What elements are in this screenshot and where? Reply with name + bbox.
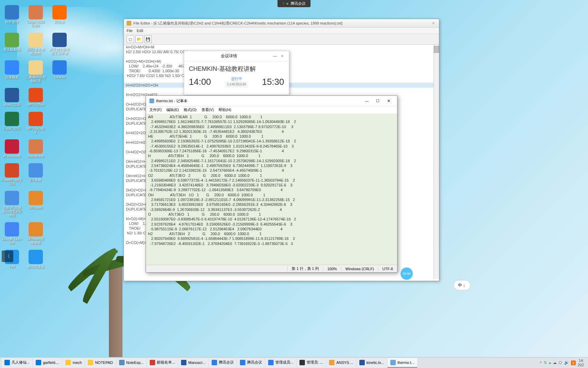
notepad-line: -9.77840434E-9 3.28877702E-12 -1.0641358… (148, 187, 395, 192)
file-editor-vscroll[interactable] (434, 45, 439, 279)
save-file-button[interactable]: 💾 (144, 35, 152, 43)
system-tray[interactable]: ^ ⇅ ● ☁ ⬡ 🔊 S 14: 202 (537, 358, 587, 367)
desktop-icon[interactable]: PowerPoint 2016 (2, 163, 22, 186)
desktop-icon-image (5, 88, 19, 102)
desktop-icon[interactable]: 英文献翻译 (2, 33, 22, 55)
desktop-icon-image (5, 191, 19, 205)
desktop-icon-label: matlab.exe (28, 154, 44, 158)
desktop-icon[interactable]: AI translate (2, 139, 22, 158)
desktop-icon[interactable]: 导师学(含德昭心理历)(Study) (2, 191, 22, 217)
notepad-line: 2.49985609E0 2.19365392E-7-1.07525085E-1… (148, 139, 395, 143)
taskbar-item[interactable]: kinetic.tx... (357, 358, 387, 368)
notepad-menu-view[interactable]: 查看(V) (201, 107, 214, 112)
taskbar-item[interactable]: mech (63, 358, 84, 368)
menu-file[interactable]: File (127, 29, 133, 33)
taskbar-item[interactable]: 管理员: ... (297, 358, 326, 368)
notepad-line: -7.97948726E2 -8.45591332E-1 2.37694204E… (148, 241, 395, 246)
desktop-icon[interactable]: matlab.exe (26, 139, 46, 158)
notepad-minimize-button[interactable]: — (362, 97, 372, 104)
taskbar-item[interactable]: 管理成员... (265, 358, 296, 368)
desktop-icon[interactable]: ToDesk (49, 60, 70, 83)
timer-overlay[interactable]: 00:00 (401, 267, 413, 280)
menu-edit[interactable]: Edit (137, 29, 143, 33)
desktop-icon[interactable]: EV录屏 (26, 163, 46, 186)
taskbar-item[interactable]: Manuscr... (178, 358, 208, 368)
taskbar-item[interactable]: NoteExp... (116, 358, 146, 368)
desktop-icon[interactable]: 软件管理 (2, 5, 22, 28)
desktop-icon-image (29, 191, 43, 205)
taskbar-item[interactable]: 凡人修仙... (2, 358, 32, 368)
notepad-menu-help[interactable]: 帮助(H) (218, 107, 231, 112)
notepad-line: H ATcT3EH 1 G 200.0 6000.0 1000.0 1 (148, 153, 395, 158)
desktop-icon[interactable]: 乙烯爆炸及抑制机理 (26, 60, 46, 83)
desktop-icon[interactable]: WPS Office (26, 88, 46, 107)
tray-input-icon[interactable]: S (571, 361, 575, 365)
ime-indicator[interactable]: 中； (454, 280, 471, 290)
taskbar-item-label: mech (72, 361, 82, 365)
file-editor-close-button[interactable]: × (431, 20, 436, 26)
taskbar-item-label: 管理成员... (275, 360, 293, 365)
desktop-icon-label: PowerPoint 2016 (2, 178, 22, 186)
notepad-titlebar[interactable]: thermo.txt - 记事本 — ☐ ✕ (146, 96, 397, 106)
taskbar-item[interactable]: 腾讯会议 (237, 358, 265, 368)
desktop-icon-label: EV录屏 (30, 178, 41, 182)
notepad-title: thermo.txt - 记事本 (156, 98, 360, 104)
desktop-icon-label: Google Chrome (2, 237, 22, 245)
taskbar-item[interactable]: garfield.... (33, 358, 62, 368)
desktop-icon-image (5, 222, 19, 236)
meeting-top-banner[interactable]: ⦀ 腾讯会议 (278, 0, 311, 7)
notepad-maximize-button[interactable]: ☐ (373, 97, 383, 104)
desktop-icon-label: 英文献翻译 (3, 48, 20, 51)
desktop-icon[interactable]: URNotes (26, 191, 46, 217)
file-editor-vscroll-thumb[interactable] (434, 46, 439, 53)
notepad-close-button[interactable]: ✕ (383, 97, 394, 104)
meeting-titlebar[interactable]: 会议详情 — × (184, 51, 289, 61)
notepad-line: 2.49985211E0 2.34582548E-7-1.16171641E-1… (148, 158, 395, 163)
desktop-icon[interactable]: Google Chrome (2, 222, 22, 245)
desktop-icon[interactable]: Excel 2016 (2, 112, 22, 134)
status-dot-icon (287, 3, 289, 5)
tray-shield-icon[interactable]: ⬡ (559, 361, 562, 365)
desktop-icon[interactable]: Word 2016 (2, 88, 22, 107)
tray-network-icon[interactable]: ⇅ (544, 361, 547, 365)
taskbar-item[interactable]: ANSYS ... (326, 358, 356, 368)
desktop-icon[interactable]: 百度网盘 (2, 60, 22, 83)
taskbar: 凡人修仙...garfield....mechNOTEPADNoteExp...… (0, 357, 588, 368)
desktop-icon[interactable]: 稻壳阅读器 (26, 250, 46, 269)
taskbar-item[interactable]: 邮箱名单... (147, 358, 178, 368)
open-file-button[interactable]: 📂 (135, 35, 143, 43)
tray-wechat-icon[interactable]: ● (549, 361, 551, 365)
desktop-icon[interactable]: 2022博士课程资料 (26, 33, 46, 55)
desktop-icon[interactable]: Origin 2018 64Bit (26, 5, 46, 28)
meeting-start-time: 14:00 (189, 77, 211, 87)
tray-cloud-icon[interactable]: ☁ (553, 361, 557, 365)
notepad-line: -7.45309155E2 9.29535014E-1 2.49976293E0… (148, 144, 395, 149)
desktop-icon[interactable]: 关于博士研究生工位申请 (49, 33, 70, 55)
tray-chevron-icon[interactable]: ^ (540, 361, 541, 365)
taskbar-item[interactable]: thermo.t... (388, 358, 417, 368)
desktop-icon[interactable]: 阿里类 (49, 5, 70, 28)
notepad-menu-format[interactable]: 格式(O) (184, 107, 197, 112)
meeting-minimize-button[interactable]: — (271, 54, 279, 59)
notepad-menu-file[interactable]: 文件(F) (149, 107, 162, 112)
desktop-icon-label: Origin 2018 64Bit (26, 20, 46, 28)
notepad-line: HE ATcT3EHE 1 G 200.0 6000.0 1000.0 1 (148, 134, 395, 139)
desktop-icon-label: 乙烯爆炸及抑制机理 (26, 75, 46, 83)
notepad-menubar: 文件(F) 编辑(E) 格式(O) 查看(V) 帮助(H) (146, 106, 397, 114)
notepad-content[interactable]: AR ATcT3EAR 1 G 200.0 6000.0 1000.0 1 2.… (146, 114, 397, 265)
taskbar-clock[interactable]: 14: 202 (578, 358, 584, 367)
tray-volume-icon[interactable]: 🔊 (564, 361, 569, 365)
desktop-icon-image (29, 33, 43, 47)
file-editor-titlebar[interactable]: File Editor - [E:\乙烯爆炸及抑制机理\C2H2 and C2H… (124, 19, 439, 28)
notepad-line: 2.84581721E0 1.09723818E-3 -2.89121101E-… (148, 197, 395, 202)
desktop-icon-image (29, 163, 43, 178)
taskbar-item[interactable]: NOTEPAD (85, 358, 115, 368)
notepad-menu-edit[interactable]: 编辑(E) (166, 107, 179, 112)
back-overlay-button[interactable]: 〈 (2, 250, 13, 262)
new-file-button[interactable]: ▢ (127, 35, 134, 43)
notepad-line: 3.71706613E3 5.80339915E0 3.97585165E0 -… (148, 202, 395, 207)
taskbar-item[interactable]: 腾讯会议 (209, 358, 236, 368)
desktop-icon[interactable]: WPS办公助手 (26, 112, 46, 134)
desktop-icon[interactable]: URNotes意唯便签 (26, 222, 46, 245)
meeting-close-button[interactable]: × (279, 54, 285, 59)
